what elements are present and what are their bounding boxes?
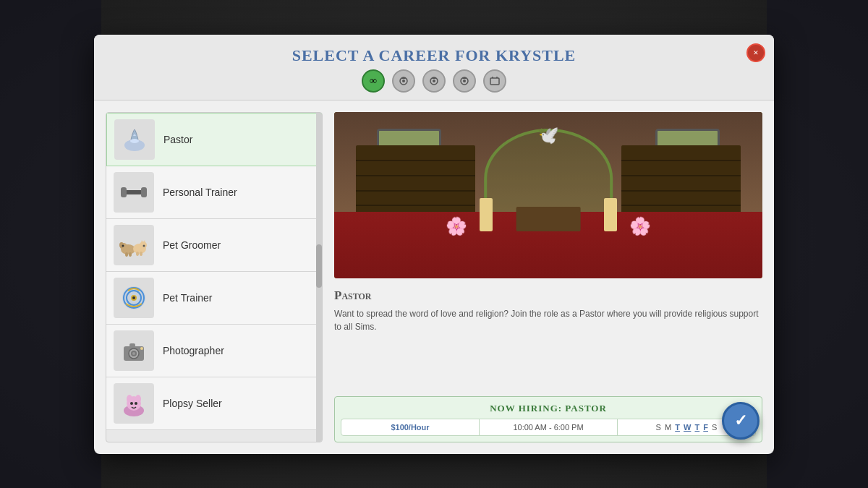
career-item-pet-trainer[interactable]: Pet Trainer (106, 272, 322, 325)
career-icon-photographer (114, 330, 154, 371)
day-s2: S (712, 423, 717, 432)
career-icon-pet-groomer (114, 225, 154, 265)
svg-rect-39 (129, 343, 135, 347)
career-detail-panel: 🌸 🌸 🕊️ Pastor Want to spread the word of… (334, 112, 762, 442)
career-icon-pastor (114, 119, 155, 160)
church-scene: 🌸 🌸 🕊️ (334, 112, 762, 278)
day-w: W (684, 423, 691, 432)
career-image: 🌸 🌸 🕊️ (334, 112, 762, 278)
pew-line-2 (356, 175, 476, 176)
svg-marker-26 (143, 240, 145, 243)
svg-rect-15 (121, 187, 127, 197)
career-name-photographer: Photographer (163, 345, 224, 356)
hiring-banner: Now Hiring: Pastor $100/Hour 10:00 AM - … (334, 396, 762, 442)
svg-point-45 (130, 402, 133, 405)
career-item-photographer[interactable]: Photographer (106, 325, 322, 377)
career-item-pet-groomer[interactable]: Pet Groomer (106, 219, 322, 272)
career-list[interactable]: Pastor Personal Trainer (106, 112, 323, 442)
hiring-details: $100/Hour 10:00 AM - 6:00 PM S M T W T F… (341, 419, 756, 436)
filter-all-icon[interactable]: ∞ (362, 69, 385, 93)
church-candle-left (480, 198, 493, 231)
career-icon-pet-trainer (114, 278, 154, 318)
pew-line-r3 (621, 190, 741, 192)
filter-icon-1[interactable] (392, 69, 415, 93)
modal-title: Select a Career for Krystle (109, 46, 760, 65)
svg-point-27 (143, 244, 145, 247)
modal-header: Select a Career for Krystle × ∞ (94, 35, 774, 100)
church-candle-right (604, 198, 617, 231)
confirm-button[interactable]: ✓ (722, 402, 760, 440)
svg-point-13 (130, 139, 139, 143)
career-icon-plopsy-seller (114, 383, 154, 424)
day-t2: T (694, 423, 699, 432)
svg-point-40 (140, 347, 143, 350)
svg-point-34 (132, 296, 135, 299)
career-name-personal-trainer: Personal Trainer (163, 187, 237, 198)
svg-rect-9 (490, 78, 499, 85)
pew-line-3 (356, 190, 476, 192)
svg-point-38 (132, 352, 135, 355)
close-button[interactable]: × (746, 43, 765, 62)
svg-point-20 (122, 244, 124, 247)
church-pew-left (356, 145, 476, 221)
svg-rect-8 (462, 77, 467, 79)
svg-point-28 (136, 252, 139, 256)
flower-arrangement-right: 🌸 (629, 216, 651, 236)
modal-body: Pastor Personal Trainer (94, 100, 774, 454)
hiring-title: Now Hiring: Pastor (341, 403, 756, 414)
svg-point-29 (140, 252, 142, 256)
flower-arrangement-left: 🌸 (446, 216, 467, 236)
career-name-plopsy-seller: Plopsy Seller (163, 398, 222, 409)
svg-point-1 (402, 80, 405, 82)
career-info-description: Want to spread the word of love and reli… (334, 307, 762, 333)
filter-icon-4[interactable] (483, 69, 506, 93)
pew-line-r4 (621, 205, 741, 206)
hiring-hours: 10:00 AM - 6:00 PM (480, 419, 618, 435)
pew-line-r2 (621, 175, 741, 176)
career-name-pet-trainer: Pet Trainer (163, 292, 212, 304)
svg-point-46 (135, 402, 137, 405)
svg-point-7 (463, 80, 466, 82)
svg-point-21 (125, 252, 128, 257)
day-s1: S (656, 423, 661, 432)
pay-amount: $100/Hour (391, 423, 429, 432)
pew-line-r1 (621, 160, 741, 161)
career-info: Pastor Want to spread the word of love a… (334, 286, 762, 389)
day-f: F (703, 423, 708, 432)
confirm-icon: ✓ (734, 411, 747, 430)
svg-marker-25 (141, 240, 143, 243)
career-item-plopsy-seller[interactable]: Plopsy Seller (106, 377, 322, 430)
svg-rect-5 (432, 77, 436, 79)
hiring-pay: $100/Hour (341, 419, 480, 435)
church-altar (516, 207, 581, 232)
career-info-title: Pastor (334, 288, 762, 303)
pew-line-4 (356, 205, 476, 206)
pew-line-1 (356, 160, 476, 161)
career-name-pet-groomer: Pet Groomer (163, 239, 221, 251)
scrollbar-thumb[interactable] (316, 244, 322, 288)
filter-icon-3[interactable] (453, 69, 476, 93)
svg-rect-16 (141, 187, 147, 197)
church-pew-right (621, 145, 741, 221)
career-selection-modal: 👩‍🦱 Select a Career for Krystle × ∞ (94, 35, 774, 454)
filter-icon-2[interactable] (422, 69, 446, 93)
svg-rect-2 (401, 77, 406, 79)
bg-side-left (0, 0, 101, 488)
svg-point-4 (433, 80, 435, 82)
career-item-personal-trainer[interactable]: Personal Trainer (106, 166, 322, 219)
career-name-pastor: Pastor (163, 134, 192, 145)
bg-side-right (767, 0, 868, 488)
church-dove: 🕊️ (537, 125, 559, 145)
career-item-pastor[interactable]: Pastor (106, 113, 322, 166)
scrollbar-track (316, 113, 322, 442)
filter-icons-row: ∞ (109, 69, 760, 93)
career-icon-personal-trainer (114, 172, 154, 213)
day-t1: T (675, 423, 680, 432)
day-m: M (665, 423, 671, 432)
svg-point-22 (129, 252, 132, 257)
